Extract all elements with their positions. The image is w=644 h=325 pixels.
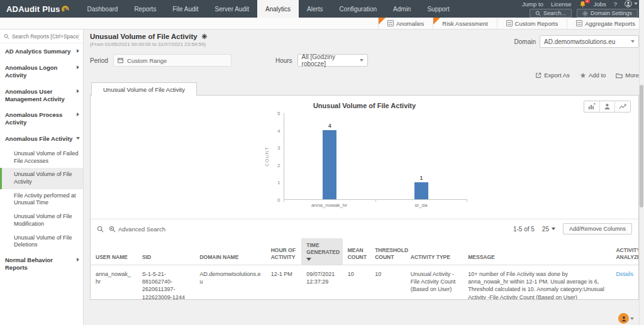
- x-category-label: anna_nowak_hr: [284, 200, 375, 210]
- more-button[interactable]: More: [616, 72, 639, 79]
- adaudit-plus-logo[interactable]: ADAudit Plus: [0, 0, 79, 18]
- x-labels: anna_nowak_hrsr_da: [284, 200, 467, 210]
- details-link[interactable]: Details: [616, 271, 633, 277]
- sidebar-item-anomalous-process-activity[interactable]: Anomalous Process Activity: [0, 107, 83, 131]
- nav-alerts[interactable]: Alerts: [299, 0, 331, 18]
- column-label: MESSAGE: [468, 254, 495, 260]
- sidebar-item-unusual-volume-of-file-activity[interactable]: Unusual Volume of File Activity: [0, 168, 83, 189]
- nav-admin[interactable]: Admin: [385, 0, 419, 18]
- more-label: More: [625, 72, 639, 79]
- folder-icon: [616, 72, 623, 79]
- chevron-down-icon: [631, 40, 635, 43]
- user-analysis-icon[interactable]: [599, 101, 614, 112]
- analytics-sparkle-icon[interactable]: [201, 33, 208, 40]
- notifications-button[interactable]: 2: [579, 1, 586, 8]
- help-button[interactable]: ?: [614, 1, 617, 8]
- nav-reports[interactable]: Reports: [126, 0, 164, 18]
- period-field[interactable]: [113, 54, 231, 67]
- column-label: HOUR OF ACTIVITY: [271, 247, 296, 260]
- nav-analytics[interactable]: Analytics: [257, 0, 299, 18]
- report-toolbar: AnomaliesRisk AssessmentCustom ReportsAg…: [0, 18, 644, 30]
- sidebar-item-label: Anomalous User Management Activity: [5, 88, 65, 102]
- scrollbar-thumb[interactable]: [640, 85, 643, 207]
- col-activity-type[interactable]: ACTIVITY TYPE: [406, 238, 463, 265]
- nav-server-audit[interactable]: Server Audit: [207, 0, 257, 18]
- domain-label: Domain: [514, 38, 536, 45]
- toolbar-aggregate-reports[interactable]: Aggregate Reports: [567, 18, 644, 29]
- bar-sr-da[interactable]: [414, 182, 428, 199]
- period-label: Period: [90, 57, 108, 64]
- sidebar-item-anomalous-file-activity[interactable]: Anomalous File Activity: [0, 131, 83, 147]
- vertical-scrollbar[interactable]: [639, 0, 644, 325]
- export-as-button[interactable]: Export As: [535, 72, 570, 79]
- global-search-button[interactable]: Search...: [530, 9, 572, 18]
- chevron-right-icon: [77, 89, 79, 93]
- table-section: Advanced Search 1-5 of 5 25 Add/Remove C…: [91, 219, 638, 300]
- col-threshold-count[interactable]: THRESHOLD COUNT: [370, 238, 406, 265]
- x-category-label: sr_da: [375, 200, 467, 210]
- report-actions: Export As Add to More: [90, 72, 639, 79]
- advanced-search-button[interactable]: Advanced Search: [109, 226, 165, 233]
- logo-swirl-icon: [62, 5, 70, 13]
- tab-unusual-volume-of-file-activity[interactable]: Unusual Volume of File Activity: [91, 82, 197, 96]
- toolbar-label: Aggregate Reports: [585, 20, 635, 27]
- col-user-name[interactable]: USER NAME: [91, 238, 137, 265]
- gear-icon: [582, 11, 588, 16]
- sidebar-item-anomalous-logon-activity[interactable]: Anomalous Logon Activity: [0, 60, 83, 84]
- toolbar-risk-assessment[interactable]: Risk Assessment: [433, 18, 496, 29]
- col-mean-count[interactable]: MEAN COUNT: [343, 238, 370, 265]
- cell-activity-analyzer: Details: [611, 265, 638, 300]
- search-icon[interactable]: [97, 226, 104, 233]
- domain-select[interactable]: AD.demomwtsolutions.eu: [540, 35, 639, 48]
- chart-type-icon[interactable]: [584, 101, 599, 112]
- col-activity-analyzer[interactable]: ACTIVITY ANALYZER: [611, 238, 638, 265]
- period-input[interactable]: [127, 57, 227, 64]
- nav-file-audit[interactable]: File Audit: [164, 0, 206, 18]
- sort-desc-icon[interactable]: [306, 258, 311, 261]
- col-message[interactable]: MESSAGE: [463, 238, 611, 265]
- domain-settings-button[interactable]: Domain Settings: [577, 9, 638, 18]
- sidebar-nav: AD Analytics SummaryAnomalous Logon Acti…: [0, 43, 83, 276]
- sidebar-item-ad-analytics-summary[interactable]: AD Analytics Summary: [0, 43, 83, 60]
- advanced-search-icon: [109, 226, 116, 233]
- license-link[interactable]: License: [551, 1, 572, 8]
- chevron-down-icon[interactable]: [630, 317, 634, 320]
- domain-select-value: AD.demomwtsolutions.eu: [544, 38, 615, 45]
- toolbar-custom-reports[interactable]: Custom Reports: [497, 18, 567, 29]
- y-tick: 2: [277, 162, 280, 168]
- jump-to-link[interactable]: Jump to: [522, 1, 543, 8]
- col-domain-name[interactable]: DOMAIN NAME: [194, 238, 265, 265]
- sidebar-item-unusual-volume-of-file-modification[interactable]: Unusual Volume of File Modification: [0, 210, 83, 231]
- nav-dashboard[interactable]: Dashboard: [79, 0, 126, 18]
- page-title: Unusual Volume of File Activity: [90, 33, 197, 40]
- report-search-input[interactable]: [12, 33, 79, 40]
- sidebar-item-unusual-volume-of-file-deletions[interactable]: Unusual Volume of File Deletions: [0, 231, 83, 252]
- sidebar-item-normal-behavior-reports[interactable]: Normal Behavior Reports: [0, 252, 83, 276]
- sidebar-item-unusual-volume-of-failed-file-accesses[interactable]: Unusual Volume of Failed File Accesses: [0, 147, 83, 168]
- add-to-button[interactable]: Add to: [580, 72, 606, 79]
- sidebar: AD Analytics SummaryAnomalous Logon Acti…: [0, 30, 84, 325]
- hours-select[interactable]: All [Godziny robocze]: [297, 54, 368, 67]
- nav-support[interactable]: Support: [419, 0, 457, 18]
- y-tick: 0: [277, 197, 280, 203]
- cell-hour: 12-1 PM: [266, 265, 302, 300]
- page-size-select[interactable]: 25: [542, 226, 555, 233]
- jobs-link[interactable]: Jobs: [594, 1, 606, 8]
- col-hour-of-activity[interactable]: HOUR OF ACTIVITY: [266, 238, 302, 265]
- sidebar-search: [0, 30, 83, 43]
- sidebar-item-file-activity-performed-at-unusual-time[interactable]: File Activity performed at Unusual Time: [0, 189, 83, 210]
- column-label: ACTIVITY TYPE: [411, 254, 450, 260]
- add-remove-columns-button[interactable]: Add/Remove Columns: [563, 223, 632, 234]
- toolbar-anomalies[interactable]: Anomalies: [378, 18, 433, 29]
- table-controls: Advanced Search 1-5 of 5 25 Add/Remove C…: [91, 219, 638, 238]
- trend-line-icon[interactable]: [614, 101, 630, 112]
- anomalies-icon: [387, 20, 394, 26]
- bar-anna-nowak-hr[interactable]: [323, 130, 336, 199]
- nav-configuration[interactable]: Configuration: [331, 0, 385, 18]
- chat-support-button[interactable]: [618, 313, 629, 324]
- sidebar-item-anomalous-user-management-activity[interactable]: Anomalous User Management Activity: [0, 84, 83, 107]
- chart-toolbar: [584, 101, 631, 113]
- user-menu-button[interactable]: [625, 0, 638, 8]
- col-sid[interactable]: SID: [137, 238, 194, 265]
- col-time-generated[interactable]: TIME GENERATED: [301, 238, 342, 265]
